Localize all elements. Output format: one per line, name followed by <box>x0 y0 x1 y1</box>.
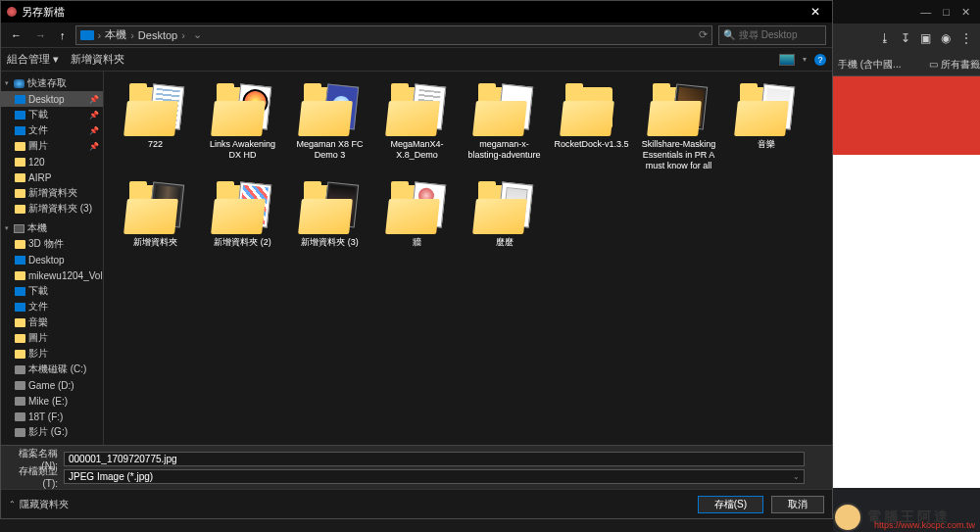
avatar-icon[interactable]: ◉ <box>941 31 951 45</box>
sidebar-item[interactable]: 文件 <box>1 299 103 314</box>
sidebar-item-label: Desktop <box>28 255 65 266</box>
sidebar-item-label: 本機磁碟 (C:) <box>28 363 86 376</box>
ext-icon[interactable]: ↧ <box>901 31 910 45</box>
drive-icon <box>15 412 25 421</box>
sidebar-item[interactable]: 120 <box>1 154 103 169</box>
save-button[interactable]: 存檔(S) <box>698 496 763 513</box>
view-mode-icon[interactable] <box>779 54 795 66</box>
refresh-icon[interactable]: ⟳ <box>699 28 708 41</box>
organize-button[interactable]: 組合管理 ▾ <box>7 52 59 67</box>
sidebar-item[interactable]: 影片 (G:) <box>1 424 103 440</box>
sidebar-item[interactable]: 新增資料夾 (3) <box>1 201 103 217</box>
sidebar-item[interactable]: 下載 <box>1 283 103 299</box>
window-close[interactable]: ✕ <box>961 6 970 19</box>
ext-icon[interactable]: ⭳ <box>879 31 891 45</box>
folder-item[interactable]: 新增資料夾 (2) <box>201 179 284 252</box>
pc-icon <box>80 30 94 40</box>
search-input[interactable] <box>739 29 863 40</box>
breadcrumb-pc[interactable]: 本機 <box>105 27 126 42</box>
folder-item[interactable]: megaman-x-blasting-adventure <box>463 81 546 175</box>
folder-item[interactable]: Megaman X8 FC Demo 3 <box>288 81 371 175</box>
folder-icon <box>15 111 25 120</box>
help-icon[interactable]: ? <box>814 54 826 66</box>
sidebar-item[interactable]: 18T (F:) <box>1 409 103 424</box>
breadcrumb-loc[interactable]: Desktop <box>138 29 177 41</box>
hide-folders-toggle[interactable]: ⌃ 隱藏資料夾 <box>9 498 69 511</box>
window-maximize[interactable]: □ <box>943 6 950 18</box>
sidebar-item[interactable]: 本機磁碟 (C:) <box>1 362 103 377</box>
filetype-label: 存檔類型(T): <box>9 464 58 489</box>
item-label: 牆 <box>413 237 421 248</box>
drive-icon <box>15 365 25 374</box>
menu-icon[interactable]: ⋮ <box>960 31 972 45</box>
nav-back-icon[interactable]: ← <box>7 27 25 43</box>
sidebar-item[interactable]: 新增資料夾 <box>1 185 103 201</box>
sidebar-item-label: Game (D:) <box>28 380 74 391</box>
search-icon: 🔍 <box>723 29 735 40</box>
folder-item[interactable]: 牆 <box>375 179 459 252</box>
item-label: Skillshare-Masking Essentials in PR A mu… <box>639 139 718 171</box>
view-dropdown-icon[interactable]: ▾ <box>803 55 807 64</box>
logo-face-icon <box>833 503 862 532</box>
sidebar-item[interactable]: 圖片📌 <box>1 138 103 154</box>
sidebar-item[interactable]: 下載📌 <box>1 107 103 122</box>
sidebar-item-label: 新增資料夾 <box>28 186 77 200</box>
folder-item[interactable]: Links Awakening DX HD <box>201 81 284 175</box>
sidebar-item[interactable]: AIRP <box>1 169 103 185</box>
pin-icon: 📌 <box>89 142 99 151</box>
folder-item[interactable]: Skillshare-Masking Essentials in PR A mu… <box>637 81 720 175</box>
sidebar-item[interactable]: 音樂 <box>1 314 103 330</box>
sidebar-item[interactable]: 圖片 <box>1 330 103 346</box>
item-label: 音樂 <box>758 139 775 150</box>
sidebar-item[interactable]: 文件📌 <box>1 122 103 138</box>
nav-up-icon[interactable]: ↑ <box>56 27 70 43</box>
tab-fragment: 手機 (含中國... <box>838 58 901 72</box>
folder-item[interactable]: MegaManX4-X.8_Demo <box>375 81 459 175</box>
new-folder-button[interactable]: 新增資料夾 <box>71 52 124 67</box>
bookmark-all[interactable]: ▭ 所有書籤 <box>929 58 980 72</box>
folder-item[interactable]: RocketDock-v1.3.5 <box>550 81 633 175</box>
folder-item[interactable]: 722 <box>114 81 197 175</box>
drive-icon <box>15 428 25 437</box>
ext-icon[interactable]: ▣ <box>920 31 931 45</box>
chevron-right-icon: › <box>98 29 102 41</box>
folder-item[interactable]: 新增資料夾 (3) <box>288 179 371 252</box>
sidebar-this-pc[interactable]: ▾ 本機 <box>1 220 103 236</box>
close-icon[interactable]: ✕ <box>805 5 826 19</box>
drive-icon <box>15 334 25 343</box>
folder-item[interactable]: 新增資料夾 <box>114 179 197 252</box>
pin-icon: 📌 <box>89 126 99 135</box>
cancel-button[interactable]: 取消 <box>771 496 824 513</box>
folder-item[interactable]: 麼麼 <box>463 179 546 252</box>
sidebar-item-label: 音樂 <box>28 315 48 329</box>
sidebar-item[interactable]: mikewu1204_Vol.1 <box>1 267 103 283</box>
sidebar-item[interactable]: Game (D:) <box>1 377 103 393</box>
item-label: 新增資料夾 <box>133 237 177 248</box>
item-label: 麼麼 <box>496 237 514 248</box>
file-pane[interactable]: 722Links Awakening DX HDMegaman X8 FC De… <box>104 72 832 445</box>
sidebar-quick-access[interactable]: ▾ 快速存取 <box>1 75 103 91</box>
sidebar-item[interactable]: Desktop <box>1 252 103 267</box>
breadcrumb-dropdown-icon[interactable]: ⌄ <box>193 28 202 41</box>
drive-icon <box>15 397 25 406</box>
item-label: MegaManX4-X.8_Demo <box>377 139 457 161</box>
folder-icon <box>15 173 25 182</box>
sidebar-item[interactable]: 3D 物件 <box>1 236 103 252</box>
sidebar-item-label: 文件 <box>28 300 48 314</box>
folder-icon <box>15 205 25 214</box>
window-minimize[interactable]: — <box>920 6 931 18</box>
caret-down-icon: ▾ <box>5 79 11 87</box>
sidebar-item[interactable]: Mike (E:) <box>1 393 103 409</box>
sidebar-item[interactable]: 影片 <box>1 346 103 362</box>
sidebar-item-label: 圖片 <box>28 331 48 345</box>
search-box[interactable]: 🔍 <box>718 25 826 45</box>
folder-item[interactable]: 音樂 <box>724 81 808 175</box>
sidebar-item-label: Mike (E:) <box>28 396 68 407</box>
breadcrumb[interactable]: › 本機 › Desktop › ⌄ ⟳ <box>75 25 713 45</box>
folder-icon <box>15 158 25 167</box>
folder-icon <box>15 95 25 104</box>
folder-icon <box>15 142 25 151</box>
filename-input[interactable] <box>64 452 805 466</box>
filetype-select[interactable]: JPEG Image (*.jpg) ⌄ <box>64 469 805 484</box>
sidebar-item[interactable]: Desktop📌 <box>1 91 103 107</box>
